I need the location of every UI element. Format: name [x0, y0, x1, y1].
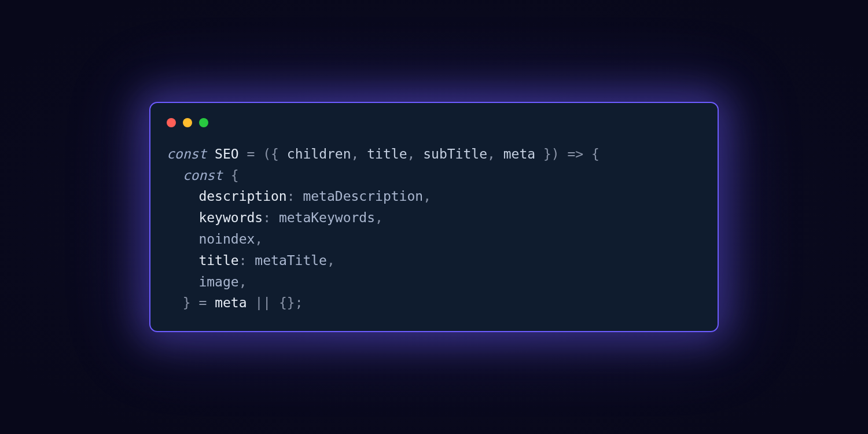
code-token: keywords: [198, 210, 263, 225]
code-line: description: metaDescription,: [167, 189, 431, 204]
code-token: [247, 295, 255, 310]
code-token: [191, 295, 199, 310]
code-token: [239, 146, 247, 161]
code-token: [255, 146, 263, 161]
code-token: :: [239, 253, 255, 268]
zoom-icon[interactable]: [199, 118, 208, 127]
code-token: ,: [351, 146, 367, 161]
code-token: metaDescription: [303, 189, 423, 204]
code-token: title: [367, 146, 407, 161]
code-token: meta: [503, 146, 535, 161]
code-token: ,: [239, 274, 247, 289]
code-token: [207, 146, 215, 161]
code-line: } = meta || {};: [167, 295, 303, 310]
code-token: [207, 295, 215, 310]
code-line: image,: [167, 274, 247, 289]
code-token: [223, 168, 231, 183]
code-block: const SEO = ({ children, title, subTitle…: [167, 144, 701, 314]
code-token: :: [263, 210, 279, 225]
code-token: {: [591, 146, 599, 161]
code-token: SEO: [215, 146, 239, 161]
code-token: const: [167, 146, 207, 161]
code-token: =: [247, 146, 255, 161]
code-token: ||: [255, 295, 271, 310]
code-token: const: [183, 168, 223, 183]
code-window: const SEO = ({ children, title, subTitle…: [149, 102, 719, 332]
code-token: [560, 146, 568, 161]
code-line: const {: [167, 168, 239, 183]
close-icon[interactable]: [167, 118, 176, 127]
code-token: {};: [279, 295, 303, 310]
code-token: description: [198, 189, 286, 204]
code-token: subTitle: [423, 146, 487, 161]
code-line: noindex,: [167, 231, 263, 247]
code-token: metaKeywords: [279, 210, 375, 225]
code-token: [271, 295, 279, 310]
code-token: {: [231, 168, 239, 183]
code-token: ,: [407, 146, 424, 161]
code-line: keywords: metaKeywords,: [167, 210, 383, 225]
code-token: :: [287, 189, 303, 204]
code-token: ,: [423, 189, 431, 204]
code-token: ,: [327, 253, 335, 268]
traffic-lights: [167, 118, 701, 127]
code-token: children: [287, 146, 351, 161]
code-token: ,: [487, 146, 503, 161]
code-token: title: [198, 253, 238, 268]
code-token: }: [183, 295, 191, 310]
code-token: noindex: [198, 231, 255, 247]
code-token: meta: [215, 295, 247, 310]
code-token: ,: [375, 210, 383, 225]
code-line: const SEO = ({ children, title, subTitle…: [167, 146, 599, 161]
code-token: =: [198, 295, 207, 310]
code-token: }): [535, 146, 560, 161]
code-token: [583, 146, 591, 161]
code-token: ({: [263, 146, 287, 161]
code-line: title: metaTitle,: [167, 253, 335, 268]
code-token: ,: [255, 231, 263, 247]
code-token: image: [198, 274, 238, 289]
stage: const SEO = ({ children, title, subTitle…: [0, 0, 868, 434]
code-token: =>: [568, 146, 584, 161]
code-token: metaTitle: [255, 253, 327, 268]
minimize-icon[interactable]: [183, 118, 192, 127]
